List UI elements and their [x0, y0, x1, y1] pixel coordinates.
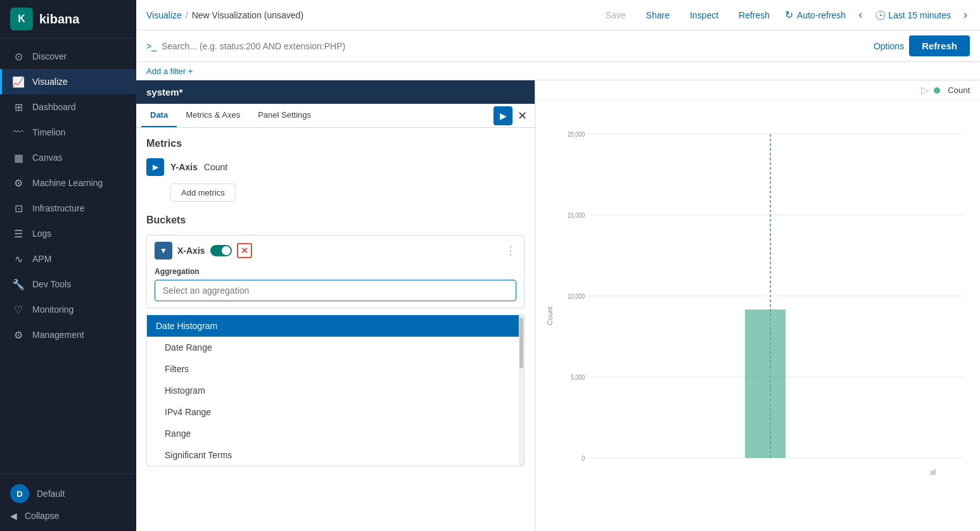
inspect-button[interactable]: Inspect	[685, 8, 723, 23]
sidebar-item-management[interactable]: ⚙ Management	[0, 322, 136, 347]
sidebar-item-infrastructure[interactable]: ⊡ Infrastructure	[0, 196, 136, 221]
dropdown-item-histogram[interactable]: Histogram	[147, 380, 519, 401]
y-axis-expand-button[interactable]: ▶	[146, 158, 164, 176]
sidebar: K kibana ⊙ Discover 📈 Visualize ⊞ Dashbo…	[0, 0, 136, 531]
dropdown-item-label: Significant Terms	[165, 450, 232, 460]
chart-nav-prev-button[interactable]: ▷	[921, 84, 929, 96]
logo-icon: K	[10, 8, 33, 30]
main-content: Visualize / New Visualization (unsaved) …	[136, 0, 980, 531]
dropdown-item-filters[interactable]: Filters	[147, 358, 519, 380]
refresh-big-button[interactable]: Refresh	[909, 35, 970, 56]
dropdown-scroll-thumb	[519, 318, 523, 368]
collapse-button[interactable]: ◀ Collapse	[10, 507, 126, 525]
dropdown-scrollbar[interactable]	[519, 315, 524, 466]
sidebar-item-label: Logs	[32, 228, 51, 239]
collapse-label: Collapse	[25, 511, 59, 521]
sidebar-item-canvas[interactable]: ▦ Canvas	[0, 145, 136, 170]
collapse-icon: ◀	[10, 511, 17, 521]
panel-tabs: Data Metrics & Axes Panel Settings ▶ ✕	[136, 104, 535, 128]
sidebar-item-dev-tools[interactable]: 🔧 Dev Tools	[0, 272, 136, 297]
sidebar-item-apm[interactable]: ∿ APM	[0, 246, 136, 272]
dropdown-item-range[interactable]: Range	[147, 423, 519, 444]
panel-content: Metrics ▶ Y-Axis Count Add metrics Bucke…	[136, 128, 535, 531]
dropdown-item-label: Range	[165, 428, 191, 439]
infrastructure-icon: ⊡	[12, 202, 25, 215]
monitoring-icon: ♡	[12, 303, 25, 316]
share-button[interactable]: Share	[641, 8, 675, 23]
sidebar-item-visualize[interactable]: 📈 Visualize	[0, 69, 136, 94]
tab-panel-settings[interactable]: Panel Settings	[249, 104, 320, 127]
buckets-section: Buckets ▼ X-Axis ✕ ⋮	[146, 215, 525, 466]
user-name: Default	[37, 489, 65, 499]
sidebar-item-monitoring[interactable]: ♡ Monitoring	[0, 297, 136, 322]
chart-area: ▷ Count Count 20,000 15,000	[535, 80, 980, 531]
add-metrics-button[interactable]: Add metrics	[170, 184, 236, 202]
dropdown-item-significant-terms[interactable]: Significant Terms	[147, 444, 519, 466]
sidebar-item-label: Dashboard	[32, 102, 76, 112]
svg-text:10,000: 10,000	[568, 292, 585, 300]
sidebar-item-machine-learning[interactable]: ⚙ Machine Learning	[0, 170, 136, 196]
svg-text:all: all	[930, 468, 936, 476]
close-button[interactable]: ✕	[515, 106, 530, 125]
time-nav-next-button[interactable]: ›	[961, 6, 970, 24]
canvas-icon: ▦	[12, 151, 25, 164]
svg-text:5,000: 5,000	[571, 373, 585, 381]
x-axis-dots-button[interactable]: ⋮	[505, 244, 516, 258]
search-input[interactable]	[162, 41, 869, 51]
tab-metrics-axes[interactable]: Metrics & Axes	[177, 104, 249, 127]
tab-data[interactable]: Data	[141, 104, 177, 127]
y-axis-row: ▶ Y-Axis Count	[146, 158, 525, 176]
metrics-title: Metrics	[146, 138, 525, 149]
x-axis-expand-button[interactable]: ▼	[155, 242, 172, 259]
sidebar-item-label: APM	[32, 254, 51, 264]
sidebar-item-timelion[interactable]: 〰 Timelion	[0, 120, 136, 145]
sidebar-item-label: Management	[32, 330, 84, 340]
refresh-icon: ↻	[785, 9, 793, 21]
machine-learning-icon: ⚙	[12, 177, 25, 189]
options-button[interactable]: Options	[874, 41, 904, 51]
play-button[interactable]: ▶	[493, 106, 512, 125]
buckets-title: Buckets	[146, 215, 525, 226]
sidebar-item-discover[interactable]: ⊙ Discover	[0, 44, 136, 69]
refresh-button[interactable]: Refresh	[734, 8, 775, 23]
sidebar-item-logs[interactable]: ☰ Logs	[0, 221, 136, 246]
search-input-wrapper	[162, 41, 869, 51]
x-axis-remove-button[interactable]: ✕	[237, 243, 252, 258]
panel-tab-actions: ▶ ✕	[493, 106, 530, 125]
save-button[interactable]: Save	[601, 8, 631, 23]
dropdown-item-date-range[interactable]: Date Range	[147, 337, 519, 358]
dropdown-item-date-histogram[interactable]: Date Histogram	[147, 315, 519, 337]
breadcrumb-link[interactable]: Visualize	[146, 10, 182, 20]
discover-icon: ⊙	[12, 50, 25, 63]
topbar-actions: Save Share Inspect Refresh ↻ Auto-refres…	[601, 6, 970, 24]
management-icon: ⚙	[12, 328, 25, 341]
x-axis-toggle[interactable]	[210, 245, 232, 256]
dropdown-item-label: Date Histogram	[156, 321, 217, 331]
y-axis-label: Y-Axis	[170, 162, 198, 172]
dropdown-item-ipv4-range[interactable]: IPv4 Range	[147, 401, 519, 423]
sidebar-item-dashboard[interactable]: ⊞ Dashboard	[0, 94, 136, 120]
content-area: system* Data Metrics & Axes Panel Settin…	[136, 80, 980, 531]
chart-wrapper: Count 20,000 15,000 10,000 5,000	[535, 101, 980, 531]
sidebar-item-label: Machine Learning	[32, 178, 103, 188]
app-name: kibana	[39, 12, 79, 27]
app-logo[interactable]: K kibana	[0, 0, 136, 39]
dropdown-item-label: Date Range	[165, 342, 212, 353]
search-bar: >_ Options Refresh	[136, 30, 980, 62]
topbar: Visualize / New Visualization (unsaved) …	[136, 0, 980, 30]
timelion-icon: 〰	[12, 126, 25, 139]
visualize-icon: 📈	[12, 75, 25, 88]
user-profile[interactable]: D Default	[10, 480, 126, 507]
sidebar-bottom: D Default ◀ Collapse	[0, 473, 136, 531]
time-nav-prev-button[interactable]: ‹	[856, 6, 865, 24]
filter-bar: Add a filter +	[136, 62, 980, 80]
time-range-label: Last 15 minutes	[888, 10, 951, 20]
aggregation-input[interactable]	[155, 280, 516, 301]
aggregation-dropdown: Date Histogram Date Range Filters Histog…	[146, 315, 525, 466]
time-range-button[interactable]: 🕒 Last 15 minutes	[875, 10, 951, 20]
aggregation-section: Aggregation	[155, 267, 516, 301]
sidebar-item-label: Monitoring	[32, 304, 73, 315]
add-filter-button[interactable]: Add a filter +	[146, 66, 193, 76]
auto-refresh-button[interactable]: ↻ Auto-refresh	[785, 9, 846, 21]
chart-svg: 20,000 15,000 10,000 5,000 0	[567, 107, 974, 512]
